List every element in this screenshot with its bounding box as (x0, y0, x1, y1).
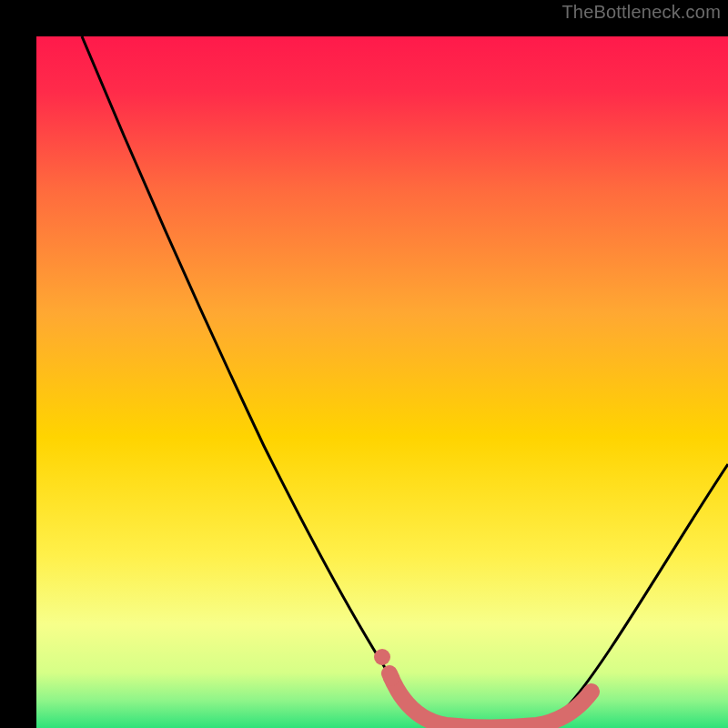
chart-frame (18, 18, 710, 710)
highlight-dot (374, 649, 390, 665)
gradient-background (36, 36, 728, 728)
highlight-dot (383, 670, 399, 686)
bottleneck-chart (36, 36, 728, 728)
watermark-text: TheBottleneck.com (561, 2, 721, 23)
